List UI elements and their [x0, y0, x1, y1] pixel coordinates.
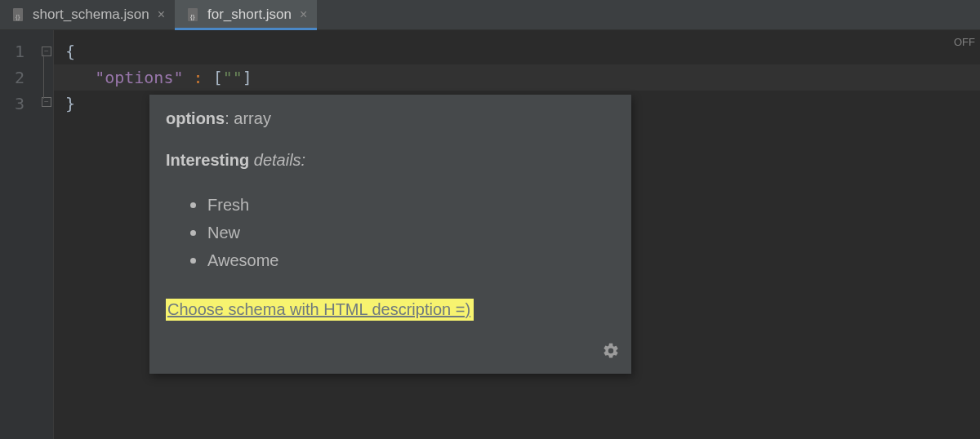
json-file-icon: {}: [186, 7, 201, 22]
list-item: New: [190, 219, 615, 246]
tab-short-schema[interactable]: {} short_schema.json ×: [0, 0, 175, 29]
code-line: {: [65, 38, 980, 64]
tab-for-short[interactable]: {} for_short.json ×: [175, 0, 317, 29]
line-gutter: 1 2 3: [0, 30, 39, 439]
line-number: 3: [0, 91, 24, 117]
popup-subtitle: Interesting details:: [166, 151, 615, 170]
bullet-icon: [190, 230, 196, 236]
svg-text:{}: {}: [16, 13, 20, 20]
tab-label: for_short.json: [207, 7, 292, 23]
list-item: Awesome: [190, 246, 615, 274]
popup-list: Fresh New Awesome: [166, 191, 615, 274]
gear-icon[interactable]: [602, 342, 620, 364]
tab-label: short_schema.json: [33, 7, 149, 23]
list-item-label: Fresh: [207, 196, 249, 215]
bullet-icon: [190, 202, 196, 208]
popup-title: options: array: [166, 109, 615, 128]
documentation-popup: options: array Interesting details: Fres…: [149, 95, 631, 374]
code-line-current: "options" : [""]: [54, 64, 980, 91]
line-number: 2: [0, 64, 24, 91]
fold-gutter: − −: [39, 30, 54, 439]
json-file-icon: {}: [11, 7, 26, 22]
close-icon[interactable]: ×: [298, 7, 309, 23]
line-number: 1: [0, 38, 24, 64]
schema-note-link[interactable]: Choose schema with HTML description =): [166, 299, 474, 321]
list-item-label: Awesome: [207, 251, 278, 270]
list-item: Fresh: [190, 191, 615, 219]
close-icon[interactable]: ×: [156, 7, 167, 23]
list-item-label: New: [207, 224, 240, 242]
fold-line: [43, 55, 44, 99]
tab-bar: {} short_schema.json × {} for_short.json…: [0, 0, 980, 30]
bullet-icon: [190, 258, 196, 264]
svg-text:{}: {}: [190, 13, 195, 20]
inspection-off-indicator[interactable]: OFF: [954, 36, 975, 48]
